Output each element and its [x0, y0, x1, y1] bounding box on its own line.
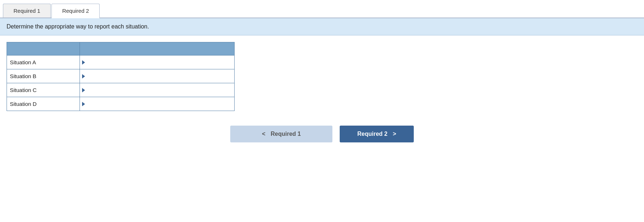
table-header-row: [7, 42, 235, 56]
dropdown-arrow-icon: [82, 60, 85, 65]
tab-required2-label: Required 2: [62, 8, 89, 14]
table-row: Situation A: [7, 56, 235, 69]
tabs-bar: Required 1 Required 2: [0, 0, 644, 18]
situation-table: Situation A Situation B Si: [7, 42, 235, 111]
situation-b-label: Situation B: [7, 69, 80, 83]
situation-b-dropdown[interactable]: [80, 69, 234, 83]
situation-a-label: Situation A: [7, 56, 80, 69]
col-label-header: [7, 42, 80, 56]
next-button-label: Required 2: [357, 131, 387, 137]
instruction-text: Determine the appropriate way to report …: [7, 23, 149, 30]
instruction-banner: Determine the appropriate way to report …: [0, 18, 644, 35]
prev-button-label: Required 1: [271, 131, 301, 137]
page-wrapper: Required 1 Required 2 Determine the appr…: [0, 0, 644, 222]
prev-chevron-icon: <: [262, 131, 265, 137]
tab-required2[interactable]: Required 2: [51, 4, 99, 18]
navigation-buttons: < Required 1 Required 2 >: [0, 126, 644, 157]
table-row: Situation B: [7, 69, 235, 83]
table-area: Situation A Situation B Si: [0, 35, 644, 111]
situation-c-label: Situation C: [7, 83, 80, 97]
next-chevron-icon: >: [393, 131, 396, 137]
next-button[interactable]: Required 2 >: [340, 126, 413, 142]
col-dropdown-header: [80, 42, 234, 56]
dropdown-arrow-icon: [82, 88, 85, 92]
tab-required1-label: Required 1: [14, 8, 40, 14]
situation-d-dropdown[interactable]: [80, 97, 234, 111]
prev-button[interactable]: < Required 1: [230, 126, 332, 142]
table-row: Situation C: [7, 83, 235, 97]
tab-required1[interactable]: Required 1: [3, 4, 51, 18]
table-row: Situation D: [7, 97, 235, 111]
situation-a-dropdown[interactable]: [80, 56, 234, 69]
situation-d-label: Situation D: [7, 97, 80, 111]
dropdown-arrow-icon: [82, 102, 85, 106]
situation-c-dropdown[interactable]: [80, 83, 234, 97]
dropdown-arrow-icon: [82, 74, 85, 79]
